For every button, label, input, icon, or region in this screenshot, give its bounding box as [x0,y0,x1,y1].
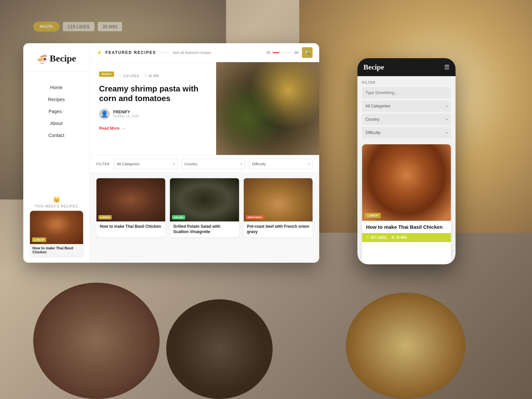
this-week-card[interactable]: LUNCH How to make Thai Basil Chicken [30,211,83,256]
bg-food-bottom-left [33,283,160,399]
mobile-recipe-title: How to make Thai Basil Chicken [366,224,447,230]
mobile-time: ⏱ 30 MIN [391,236,407,239]
search-button[interactable]: 🔍 [302,47,313,58]
nav-item-home[interactable]: Home [23,81,89,93]
card-badge-salad: SALAD [172,215,185,219]
desktop-logo: 🍜 Becipe [37,53,76,65]
featured-image-inner [216,62,319,155]
featured-recipe-title: Creamy shrimp pasta with corn and tomato… [99,84,207,103]
mobile-filter-section: FILTER All Categories ▾ Country ▾ Diffic… [357,76,456,142]
recipe-title-1: How to make Thai Basil Chicken [100,224,162,229]
mobile-recipe-card[interactable]: LUNCH How to make Thai Basil Chicken ♡ 1… [362,144,451,264]
difficulty-select-wrapper[interactable]: Difficulty ▾ [249,159,313,169]
featured-recipe-info: PASTA ♡ 119 LIKES ⏱ 35 MIN Creamy shrimp… [90,62,216,155]
person-icon: 👤 [101,110,108,118]
author-row: 👤 FRENIFY October 14, 2020 [99,109,207,119]
mobile-mockup: Becipe ☰ FILTER All Categories ▾ Country… [357,58,456,264]
recipe-card-body-3: Pot-roast beef with French onion gravy [244,221,313,237]
read-more-link[interactable]: Read More → [99,126,207,131]
author-avatar: 👤 [99,109,110,119]
nav-item-pages[interactable]: Pages › [23,105,89,117]
mobile-likes: ♡ 107 LIKES [366,236,387,239]
chevron-down-icon-mobile-1: ▾ [446,104,448,108]
recipe-title-3: Pot-roast beef with French onion gravy [247,224,309,234]
mobile-categories-select[interactable]: All Categories ▾ [362,100,451,112]
recipe-card-body-2: Grilled Potato Salad with Scallion Vinai… [170,221,239,237]
categories-select[interactable]: All Categories [114,159,177,169]
featured-section-title: FEATURED RECIPES [105,50,156,55]
heart-icon: ♡ [119,74,122,78]
filter-label: FILTER [96,162,110,166]
bg-food-bottom-mid [166,299,273,399]
clock-icon-mobile: ⏱ [391,236,395,239]
mobile-recipe-image: LUNCH [362,144,451,221]
country-select[interactable]: Country [182,159,245,169]
author-name: FRENIFY [113,110,139,114]
this-week-label: THIS WEEK'S RECIPES [35,204,78,208]
arrow-right-icon: → [121,126,125,131]
lightning-icon: ⚡ [96,50,102,55]
featured-recipe-card: PASTA ♡ 119 LIKES ⏱ 35 MIN Creamy shrimp… [90,62,319,155]
mobile-select-row: All Categories ▾ Country ▾ Difficulty ▾ [362,100,451,138]
top-bar: PASTA 119 LIKES 35 MIN [33,22,122,32]
slide-bar [273,52,293,53]
recipe-card-image-1: LUNCH [96,178,165,221]
card-badge-lunch-1: LUNCH [98,215,112,219]
slide-total: 04 [295,51,299,55]
recipe-card-2[interactable]: SALAD Grilled Potato Salad with Scallion… [170,178,239,237]
mobile-difficulty-select[interactable]: Difficulty ▾ [362,127,451,138]
author-date: October 14, 2020 [113,114,139,118]
recipe-card-image-3: MAIN MEAL [244,178,313,221]
mobile-header: Becipe ☰ [357,58,456,76]
mobile-country-select[interactable]: Country ▾ [362,114,451,125]
slide-progress [273,52,279,53]
mobile-recipe-body: How to make Thai Basil Chicken [362,221,451,230]
chevron-down-icon-mobile-2: ▾ [446,118,448,121]
author-info: FRENIFY October 14, 2020 [113,110,139,118]
country-select-wrapper[interactable]: Country ▾ [182,159,245,169]
slide-current: 01 [267,51,271,55]
time-meta: ⏱ 35 MIN [144,74,159,78]
hamburger-icon[interactable]: ☰ [444,64,450,71]
mobile-inner: Becipe ☰ FILTER All Categories ▾ Country… [357,58,456,264]
recipe-card-image-2: SALAD [170,178,239,221]
top-likes: 119 LIKES [63,22,94,31]
divider-line [159,53,169,53]
see-all-link[interactable]: See all featured recipes [173,51,211,55]
desktop-sidebar: 🍜 Becipe Home Recipes Pages › About Cont… [23,43,90,263]
this-week-section: 👑 THIS WEEK'S RECIPES LUNCH How to make … [23,189,89,263]
this-week-badge: LUNCH [32,237,47,242]
top-time: 35 MIN [98,22,122,31]
nav-item-recipes[interactable]: Recipes [23,93,89,105]
categories-select-wrapper[interactable]: All Categories ▾ [114,159,177,169]
mobile-search-input[interactable] [362,87,451,98]
this-week-title: How to make Thai Basil Chicken [30,244,83,256]
mobile-card-badge: LUNCH [365,213,381,218]
recipe-tag: PASTA [99,71,114,77]
recipe-card-body-1: How to make Thai Basil Chicken [96,221,165,232]
recipe-card-1[interactable]: LUNCH How to make Thai Basil Chicken [96,178,165,237]
featured-recipe-image [216,62,319,155]
bg-food-bottom-right [346,293,466,399]
nav-item-contact[interactable]: Contact [23,129,89,141]
logo-area: 🍜 Becipe [23,50,89,71]
slide-counter: 01 04 [267,51,299,55]
chevron-down-icon-mobile-3: ▾ [446,131,448,135]
recipe-card-3[interactable]: MAIN MEAL Pot-roast beef with French oni… [244,178,313,237]
heart-icon-mobile: ♡ [366,236,369,239]
mobile-filter-label: FILTER [362,81,451,84]
recipe-title-2: Grilled Potato Salad with Scallion Vinai… [173,224,235,234]
mobile-logo: Becipe [363,63,384,71]
top-pill: PASTA [33,22,60,32]
nav-item-about[interactable]: About [23,117,89,129]
card-badge-main: MAIN MEAL [246,215,265,219]
search-icon: 🔍 [305,50,310,55]
difficulty-select[interactable]: Difficulty [249,159,313,169]
main-content: ⚡ FEATURED RECIPES See all featured reci… [90,43,319,263]
crown-icon: 👑 [53,196,60,203]
featured-header: ⚡ FEATURED RECIPES See all featured reci… [90,43,319,62]
this-week-image: LUNCH [30,211,83,244]
meta-row: PASTA ♡ 119 LIKES ⏱ 35 MIN [99,71,207,80]
nav-menu: Home Recipes Pages › About Contact [23,81,89,141]
chevron-right-icon: › [63,110,64,113]
